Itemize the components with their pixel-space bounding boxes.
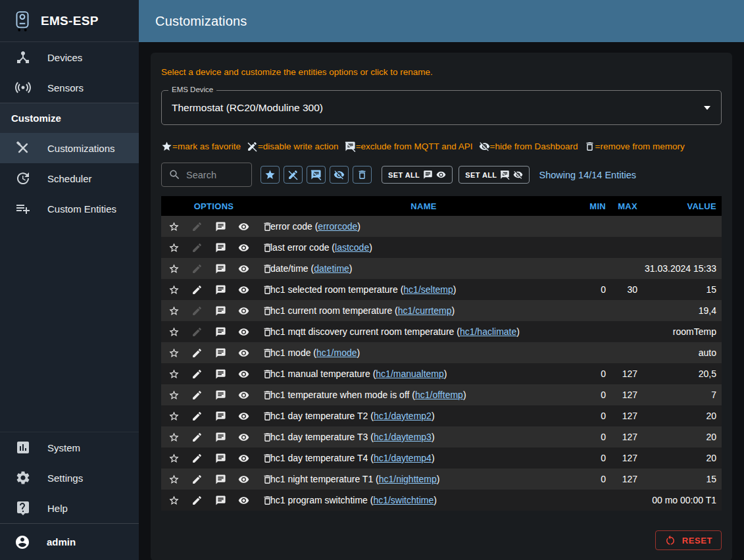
- sidebar-item-system[interactable]: System: [0, 432, 139, 463]
- edit-icon-button[interactable]: [187, 453, 207, 464]
- favorite-star-icon-button[interactable]: [164, 453, 184, 464]
- edit-icon-button[interactable]: [187, 347, 207, 359]
- entity-name-cell[interactable]: hc1 current room temperature (hc1/currte…: [266, 300, 581, 321]
- favorite-star-icon-button[interactable]: [164, 495, 184, 506]
- entity-name-cell[interactable]: date/time (datetime): [266, 258, 581, 279]
- favorite-star-icon-button[interactable]: [164, 263, 184, 274]
- ems-device-select[interactable]: EMS Device Thermostat (RC20/Moduline 300…: [161, 90, 722, 125]
- favorite-star-icon-button[interactable]: [164, 242, 184, 253]
- favorite-star-icon-button[interactable]: [164, 369, 184, 380]
- sidebar-item-settings[interactable]: Settings: [0, 463, 139, 493]
- filter-hide-button[interactable]: [330, 166, 349, 184]
- visibility-icon-button[interactable]: [234, 390, 254, 401]
- visibility-icon-button[interactable]: [234, 432, 254, 443]
- visibility-icon-button[interactable]: [234, 326, 254, 338]
- sidebar-item-customizations[interactable]: Customizations: [0, 133, 139, 163]
- favorite-star-icon-button[interactable]: [164, 474, 184, 485]
- visibility-icon-button[interactable]: [234, 453, 254, 464]
- entity-name-cell[interactable]: hc1 temperature when mode is off (hc1/of…: [266, 384, 581, 405]
- favorite-star-icon-button[interactable]: [164, 284, 184, 295]
- favorite-star-icon-button[interactable]: [164, 390, 184, 401]
- visibility-icon-button[interactable]: [234, 242, 254, 253]
- entity-link[interactable]: errorcode: [318, 221, 357, 232]
- visibility-icon-button[interactable]: [234, 263, 254, 274]
- edit-icon-button[interactable]: [187, 411, 207, 422]
- edit-icon-button[interactable]: [187, 495, 207, 506]
- mqtt-icon-button[interactable]: [211, 326, 231, 338]
- mqtt-icon-button[interactable]: [211, 453, 231, 464]
- sidebar-item-scheduler[interactable]: Scheduler: [0, 163, 139, 193]
- edit-icon-button[interactable]: [187, 284, 207, 295]
- entity-link[interactable]: hc1/haclimate: [460, 326, 516, 337]
- mqtt-icon-button[interactable]: [211, 221, 231, 232]
- mqtt-icon-button[interactable]: [211, 369, 231, 380]
- mqtt-icon-button[interactable]: [211, 390, 231, 401]
- edit-icon-button[interactable]: [187, 369, 207, 380]
- entity-link[interactable]: hc1/nighttemp: [379, 474, 437, 484]
- favorite-star-icon-button[interactable]: [164, 305, 184, 317]
- edit-icon-button[interactable]: [187, 242, 207, 253]
- filter-delete-button[interactable]: [353, 166, 372, 184]
- filter-exclude-mqtt-button[interactable]: [307, 166, 326, 184]
- favorite-star-icon-button[interactable]: [164, 221, 184, 232]
- mqtt-icon-button[interactable]: [211, 495, 231, 506]
- visibility-icon-button[interactable]: [234, 221, 254, 232]
- edit-icon-button[interactable]: [187, 474, 207, 485]
- mqtt-icon-button[interactable]: [211, 242, 231, 253]
- search-box[interactable]: [161, 163, 252, 187]
- entity-name-cell[interactable]: hc1 mqtt discovery current room temperat…: [266, 321, 581, 342]
- search-input[interactable]: [186, 170, 243, 180]
- entity-link[interactable]: hc1/switchtime: [373, 495, 434, 505]
- sidebar-item-help[interactable]: Help: [0, 493, 139, 523]
- entity-link[interactable]: hc1/mode: [316, 347, 357, 358]
- favorite-star-icon-button[interactable]: [164, 326, 184, 338]
- entity-link[interactable]: hc1/currtemp: [398, 305, 452, 316]
- edit-icon-button[interactable]: [187, 326, 207, 338]
- edit-icon-button[interactable]: [187, 432, 207, 443]
- entity-name-cell[interactable]: hc1 selected room temperature (hc1/selte…: [266, 279, 581, 300]
- entity-link[interactable]: hc1/daytemp3: [374, 432, 432, 442]
- mqtt-icon-button[interactable]: [211, 263, 231, 274]
- sidebar-item-devices[interactable]: Devices: [0, 42, 139, 72]
- entity-link[interactable]: hc1/offtemp: [415, 390, 463, 400]
- entity-name-cell[interactable]: hc1 day temperature T2 (hc1/daytemp2): [266, 405, 581, 426]
- sidebar-item-sensors[interactable]: Sensors: [0, 72, 139, 103]
- entity-link[interactable]: datetime: [314, 263, 349, 274]
- entity-link[interactable]: hc1/daytemp4: [374, 453, 432, 463]
- mqtt-icon-button[interactable]: [211, 474, 231, 485]
- visibility-icon-button[interactable]: [234, 495, 254, 506]
- entity-name-cell[interactable]: hc1 night temperature T1 (hc1/nighttemp): [266, 469, 581, 490]
- filter-favorite-button[interactable]: [260, 166, 280, 184]
- set-all-hidden-button[interactable]: SET ALL: [459, 166, 530, 184]
- favorite-star-icon-button[interactable]: [164, 411, 184, 422]
- mqtt-icon-button[interactable]: [211, 432, 231, 443]
- entity-name-cell[interactable]: hc1 manual temperature (hc1/manualtemp): [266, 363, 581, 384]
- visibility-icon-button[interactable]: [234, 284, 254, 295]
- mqtt-icon-button[interactable]: [211, 411, 231, 422]
- entity-link[interactable]: hc1/manualtemp: [376, 369, 444, 379]
- entity-name-cell[interactable]: last error code (lastcode): [266, 237, 581, 258]
- edit-icon-button[interactable]: [187, 263, 207, 274]
- mqtt-icon-button[interactable]: [211, 305, 231, 317]
- entity-link[interactable]: hc1/seltemp: [403, 284, 453, 295]
- visibility-icon-button[interactable]: [234, 347, 254, 359]
- edit-icon-button[interactable]: [187, 305, 207, 317]
- entity-link[interactable]: lastcode: [335, 242, 369, 253]
- mqtt-icon-button[interactable]: [211, 347, 231, 359]
- sidebar-item-custom-entities[interactable]: Custom Entities: [0, 193, 139, 224]
- user-menu[interactable]: admin: [0, 523, 139, 560]
- entity-name-cell[interactable]: error code (errorcode): [266, 216, 581, 237]
- visibility-icon-button[interactable]: [234, 305, 254, 317]
- edit-icon-button[interactable]: [187, 390, 207, 401]
- filter-disable-write-button[interactable]: [284, 166, 303, 184]
- entity-name-cell[interactable]: hc1 day temperature T4 (hc1/daytemp4): [266, 447, 581, 469]
- set-all-visible-button[interactable]: SET ALL: [382, 166, 453, 184]
- mqtt-icon-button[interactable]: [211, 284, 231, 295]
- entity-name-cell[interactable]: hc1 program switchtime (hc1/switchtime): [266, 490, 581, 511]
- visibility-icon-button[interactable]: [234, 369, 254, 380]
- favorite-star-icon-button[interactable]: [164, 432, 184, 443]
- reset-button[interactable]: RESET: [655, 530, 722, 550]
- visibility-icon-button[interactable]: [234, 411, 254, 422]
- favorite-star-icon-button[interactable]: [164, 347, 184, 359]
- entity-name-cell[interactable]: hc1 mode (hc1/mode): [266, 342, 581, 363]
